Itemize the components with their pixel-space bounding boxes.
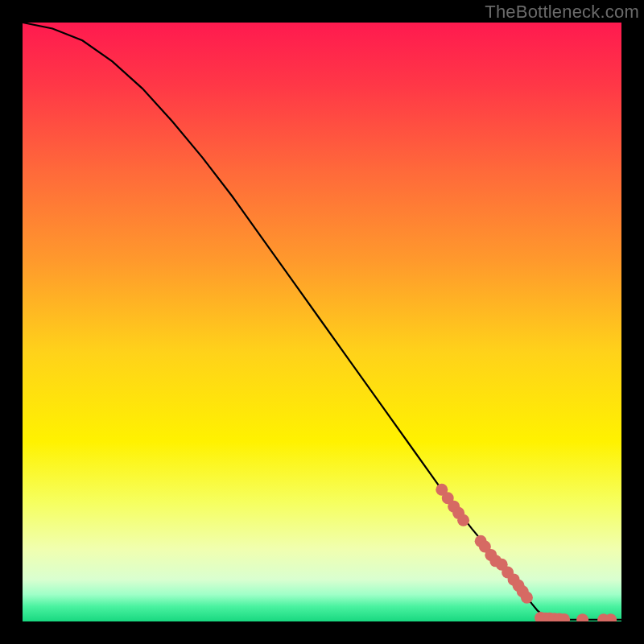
- data-marker: [521, 592, 533, 604]
- chart-container: TheBottleneck.com: [0, 0, 644, 644]
- plot-area: [23, 23, 621, 621]
- watermark-text: TheBottleneck.com: [485, 2, 639, 23]
- chart-svg: [23, 23, 621, 621]
- data-marker: [457, 514, 469, 526]
